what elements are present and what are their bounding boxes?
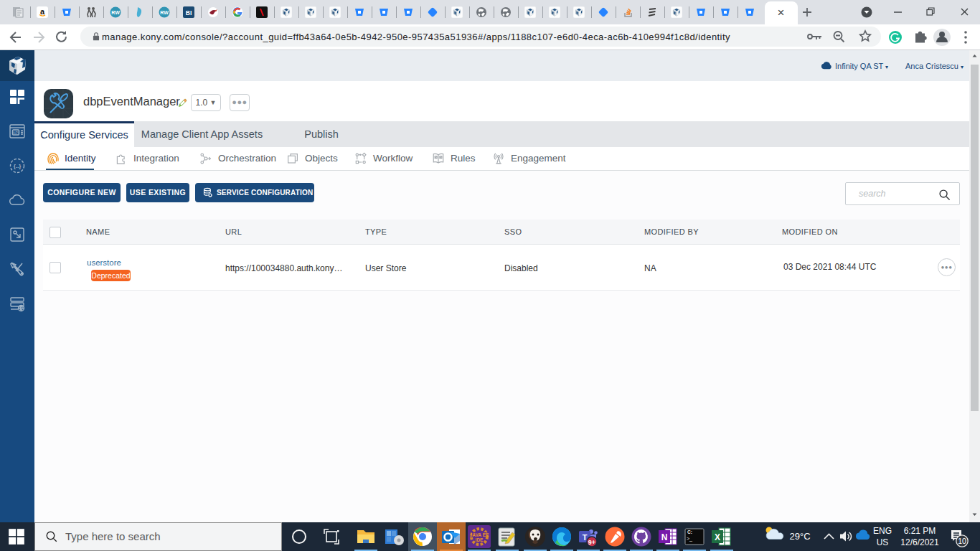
svg-text:N: N bbox=[661, 532, 668, 542]
svg-text:T: T bbox=[583, 533, 588, 542]
svg-text:BI: BI bbox=[186, 9, 192, 17]
svg-text:IDE: IDE bbox=[476, 537, 484, 542]
svg-text:9+: 9+ bbox=[588, 539, 595, 546]
svg-text:API: API bbox=[13, 131, 19, 135]
svg-text:10: 10 bbox=[958, 537, 966, 545]
svg-text:C:: C: bbox=[687, 529, 692, 534]
svg-text:>_: >_ bbox=[687, 536, 692, 542]
svg-text:a: a bbox=[40, 7, 45, 16]
svg-text:JAVA EE: JAVA EE bbox=[470, 532, 489, 537]
svg-text:RW: RW bbox=[160, 10, 169, 15]
svg-text:X: X bbox=[715, 532, 720, 542]
svg-text:RW: RW bbox=[111, 10, 120, 15]
svg-text:{..}: {..} bbox=[14, 163, 22, 169]
